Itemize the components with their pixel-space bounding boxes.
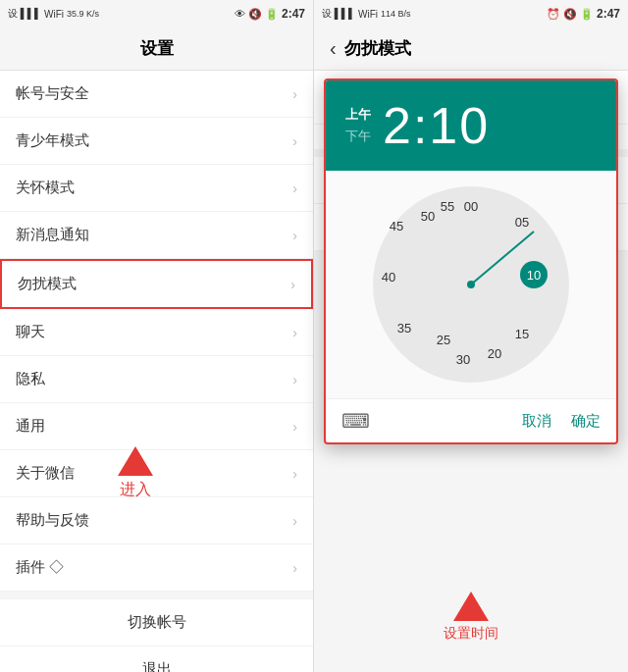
chevron-icon-9: › xyxy=(292,513,297,529)
left-status-right: 👁 🔇 🔋 2:47 xyxy=(235,7,305,21)
logout-label: 退出 xyxy=(142,660,172,672)
chevron-icon-6: › xyxy=(292,372,297,388)
picker-actions: ⌨ 取消 确定 xyxy=(326,398,616,442)
clock-hand-svg xyxy=(373,186,569,383)
settings-item-chat[interactable]: 聊天 › xyxy=(0,309,313,356)
left-annotation-arrow xyxy=(118,446,153,476)
chevron-icon-7: › xyxy=(292,419,297,435)
right-wifi-icon: WiFi xyxy=(358,9,378,20)
right-status-left: 设 ▌▌▌ WiFi 114 B/s xyxy=(322,7,411,21)
settings-item-teen-label: 青少年模式 xyxy=(16,131,89,150)
settings-item-account[interactable]: 帐号与安全 › xyxy=(0,71,313,118)
settings-item-general-label: 通用 xyxy=(16,417,45,436)
right-annotation-arrow xyxy=(453,592,489,621)
settings-list: 帐号与安全 › 青少年模式 › 关怀模式 › 新消息通知 › 勿扰模式 › xyxy=(0,71,313,672)
right-time: 2:47 xyxy=(597,7,620,21)
right-nav-title: 勿扰模式 xyxy=(344,37,411,60)
left-status-left: 设 ▌▌▌ WiFi 35.9 K/s xyxy=(8,7,99,21)
settings-item-privacy-label: 隐私 xyxy=(16,370,45,388)
left-speed: 35.9 K/s xyxy=(67,9,99,19)
settings-item-chat-label: 聊天 xyxy=(16,323,45,341)
action-buttons: 取消 确定 xyxy=(522,412,601,431)
chevron-icon-2: › xyxy=(292,181,297,196)
back-button[interactable]: ‹ xyxy=(330,37,337,60)
right-annotation: 设置时间 xyxy=(444,592,498,643)
left-status-bar: 设 ▌▌▌ WiFi 35.9 K/s 👁 🔇 🔋 2:47 xyxy=(0,0,313,27)
right-nav-bar: ‹ 勿扰模式 xyxy=(314,27,628,71)
left-mute-icon: 🔇 xyxy=(248,8,262,21)
chevron-icon-5: › xyxy=(292,325,297,340)
right-speed: 114 B/s xyxy=(381,9,411,19)
clock-face[interactable]: 00 05 10 15 20 25 30 35 40 45 xyxy=(373,186,569,383)
am-pm-selector: 上午 下午 xyxy=(345,106,371,145)
settings-item-plugin-label: 插件 ◇ xyxy=(16,558,64,577)
logout-button[interactable]: 退出 xyxy=(0,646,313,672)
chevron-icon-0: › xyxy=(292,86,297,102)
cancel-button[interactable]: 取消 xyxy=(522,412,551,431)
time-picker-header: 上午 下午 2:10 xyxy=(326,80,616,171)
settings-item-about-label: 关于微信 xyxy=(16,464,75,483)
svg-line-0 xyxy=(471,232,534,284)
settings-item-teen[interactable]: 青少年模式 › xyxy=(0,118,313,165)
chevron-icon-10: › xyxy=(292,560,297,576)
settings-item-dnd-label: 勿扰模式 xyxy=(18,275,77,293)
am-button[interactable]: 上午 xyxy=(345,106,371,124)
left-time: 2:47 xyxy=(282,7,305,21)
settings-item-help[interactable]: 帮助与反馈 › xyxy=(0,497,313,544)
right-alarm-icon: ⏰ xyxy=(547,8,560,21)
chevron-icon-1: › xyxy=(292,133,297,149)
left-nav-bar: 设置 xyxy=(0,27,313,71)
chevron-icon-8: › xyxy=(292,466,297,482)
right-battery-icon: 🔋 xyxy=(580,8,594,21)
settings-item-plugin[interactable]: 插件 ◇ › xyxy=(0,544,313,592)
right-status-right: ⏰ 🔇 🔋 2:47 xyxy=(547,7,620,21)
svg-point-1 xyxy=(467,281,475,288)
settings-item-notify[interactable]: 新消息通知 › xyxy=(0,212,313,259)
confirm-button[interactable]: 确定 xyxy=(571,412,601,431)
right-annotation-text: 设置时间 xyxy=(444,625,498,643)
settings-item-dnd[interactable]: 勿扰模式 › xyxy=(0,259,313,309)
settings-item-help-label: 帮助与反馈 xyxy=(16,511,89,530)
switch-account-button[interactable]: 切换帐号 xyxy=(0,599,313,646)
settings-item-care[interactable]: 关怀模式 › xyxy=(0,165,313,212)
settings-item-care-label: 关怀模式 xyxy=(16,179,75,197)
left-eye-icon: 👁 xyxy=(235,8,245,20)
settings-item-about[interactable]: 关于微信 › xyxy=(0,450,313,497)
right-carrier: 设 ▌▌▌ xyxy=(322,7,355,21)
right-mute-icon: 🔇 xyxy=(563,8,577,21)
clock-container: 00 05 10 15 20 25 30 35 40 45 xyxy=(326,171,616,398)
settings-item-general[interactable]: 通用 › xyxy=(0,403,313,450)
time-display: 2:10 xyxy=(383,96,490,155)
chevron-icon-3: › xyxy=(292,228,297,243)
settings-section-main: 帐号与安全 › 青少年模式 › 关怀模式 › 新消息通知 › 勿扰模式 › xyxy=(0,71,313,592)
keyboard-icon[interactable]: ⌨ xyxy=(341,409,370,433)
right-status-bar: 设 ▌▌▌ WiFi 114 B/s ⏰ 🔇 🔋 2:47 xyxy=(314,0,628,27)
settings-item-account-label: 帐号与安全 xyxy=(16,84,89,103)
left-annotation: 进入 xyxy=(118,446,153,500)
time-picker-dialog: 上午 下午 2:10 00 05 10 15 20 25 xyxy=(324,78,618,444)
left-annotation-text: 进入 xyxy=(120,480,151,500)
left-wifi-icon: WiFi xyxy=(44,9,64,20)
bottom-buttons: 切换帐号 退出 xyxy=(0,599,313,672)
left-nav-title: 设置 xyxy=(140,37,174,60)
settings-item-privacy[interactable]: 隐私 › xyxy=(0,356,313,403)
settings-item-notify-label: 新消息通知 xyxy=(16,226,89,244)
switch-account-label: 切换帐号 xyxy=(128,613,186,632)
left-carrier: 设 ▌▌▌ xyxy=(8,7,41,21)
right-panel: 设 ▌▌▌ WiFi 114 B/s ⏰ 🔇 🔋 2:47 ‹ 勿扰模式 勿扰模… xyxy=(314,0,628,672)
chevron-icon-4: › xyxy=(290,277,295,292)
left-battery-icon: 🔋 xyxy=(265,8,279,21)
pm-button[interactable]: 下午 xyxy=(345,128,371,145)
left-panel: 设 ▌▌▌ WiFi 35.9 K/s 👁 🔇 🔋 2:47 设置 帐号与安全 … xyxy=(0,0,314,672)
